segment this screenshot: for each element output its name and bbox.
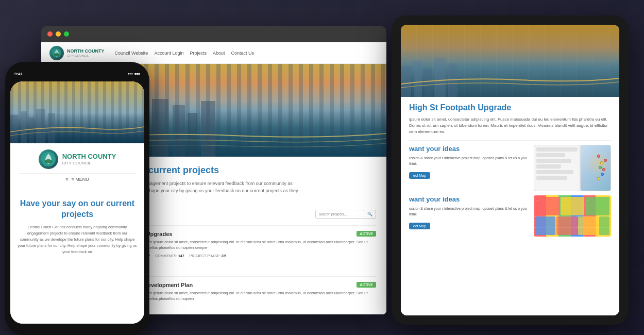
svg-rect-24 [36,109,45,143]
tablet-section2-title: want your ideas [409,195,530,203]
phone-brand-area: NORTH COUNTY CITY COUNCIL ≡ ≡ MENU [10,143,144,191]
svg-rect-18 [425,69,432,97]
svg-rect-23 [29,118,34,143]
phone-brand-logo: NORTH COUNTY CITY COUNCIL [39,149,116,169]
phone-main-title: Have your say on our current projects [18,198,137,220]
desktop-brand-name: NORTH COUNTY [67,48,105,54]
desktop-nav: NORTH COUNTY CITY COUNCIL Council Websit… [41,42,386,64]
svg-rect-17 [414,61,422,97]
tablet-section1-desc: ussion & share your r interactive projec… [409,156,530,166]
search-input[interactable] [319,212,365,216]
tablet-content: High St Footpath Upgrade lpsum dolor sit… [401,97,619,315]
scene: NORTH COUNTY CITY COUNCIL Council Websit… [0,0,644,335]
svg-rect-21 [10,115,18,143]
nav-link-account[interactable]: Account Login [154,51,183,56]
svg-rect-11 [201,101,215,157]
search-bar[interactable]: 🔍 [315,210,376,219]
phone-main-content: Have your say on our current projects Ce… [10,191,144,324]
tablet-hero-image [401,25,619,97]
tablet-project-title: High St Footpath Upgrade [409,103,611,112]
tablet-project-desc: lpsum dolor sit amet, consectetur adipis… [409,116,611,135]
signal-icon: ●●● [127,72,133,75]
tablet-section1-title: want your ideas [409,145,530,153]
tablet-map-btn[interactable]: ect Map [409,172,430,179]
tablet-section-board: want your ideas ussion & share your r in… [409,195,611,231]
svg-rect-9 [173,105,185,157]
search-icon: 🔍 [367,212,372,216]
logo-text-block: NORTH COUNTY CITY COUNCIL [67,48,105,57]
project-1-phase: PROJECT PHASE: 2/6 [190,254,227,258]
menu-icon: ≡ [65,177,68,182]
browser-titlebar [41,26,386,42]
tablet-map-visual [580,145,611,191]
phone-signal-battery: ●●● ■■■ [127,72,140,75]
svg-point-1 [54,53,59,56]
tablet-map-container [534,145,611,191]
phone-brand-sub: CITY COUNCIL [62,161,116,165]
menu-label: ≡ MENU [72,177,89,182]
tablet-device: High St Footpath Upgrade lpsum dolor sit… [392,15,629,325]
svg-point-27 [45,159,52,163]
svg-rect-22 [21,111,27,143]
tablet-map-list [534,145,580,191]
nav-link-council[interactable]: Council Website [115,51,148,56]
tablet-section-map: want your ideas ussion & share your r in… [409,140,611,191]
svg-rect-8 [152,99,168,157]
phone-hero-image [10,81,144,143]
phone-status-bar: 9:41 ●●● ■■■ [10,68,144,79]
logo-icon [49,46,64,60]
tablet-screen: High St Footpath Upgrade lpsum dolor sit… [401,25,619,315]
desktop-brand-sub: CITY COUNCIL [67,54,105,57]
phone-logo-icon [39,149,58,169]
nav-link-projects[interactable]: Projects [190,51,207,56]
project-1-badge: ACTIVE [357,231,376,237]
battery-icon: ■■■ [134,72,140,75]
nav-link-contact[interactable]: Contact Us [231,51,254,56]
maximize-dot[interactable] [64,31,69,37]
phone-main-desc: Central Coast Council conducts many ongo… [18,224,137,255]
tablet-board-btn[interactable]: ect Map [409,223,430,229]
svg-rect-16 [401,66,411,97]
project-2-badge: ACTIVE [357,282,376,288]
svg-rect-19 [434,58,446,97]
phone-logo-text-block: NORTH COUNTY CITY COUNCIL [62,153,116,165]
phone-device: 9:41 ●●● ■■■ [5,62,149,335]
project-1-comments: COMMENTS: 147 [155,254,184,258]
tablet-section2-desc: ussion & share your r interactive projec… [409,206,530,217]
phone-time: 9:41 [14,72,23,76]
minimize-dot[interactable] [56,31,61,37]
nav-link-about[interactable]: About [213,51,225,56]
phone-menu-bar[interactable]: ≡ ≡ MENU [19,173,136,185]
close-dot[interactable] [47,31,53,37]
phone-brand-name: NORTH COUNTY [62,153,116,160]
tablet-colorboard-container: ... ... ... [534,195,611,231]
phone-screen: NORTH COUNTY CITY COUNCIL ≡ ≡ MENU Have … [10,81,144,324]
tablet-colorboard: ... ... ... [534,195,611,237]
desktop-logo: NORTH COUNTY CITY COUNCIL [49,46,105,60]
